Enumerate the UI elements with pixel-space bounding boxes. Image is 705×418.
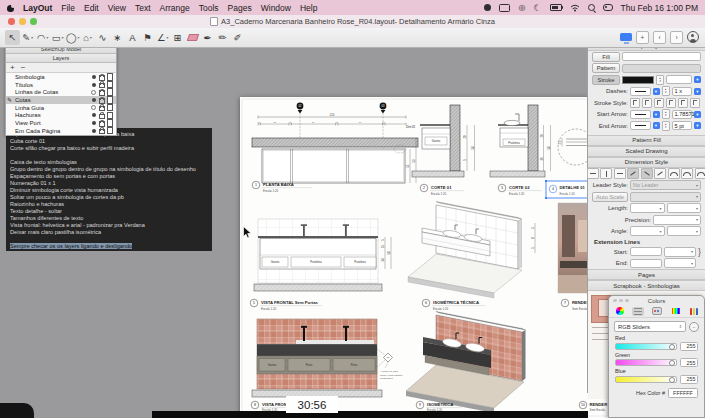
dim-arc-large-button[interactable]: [695, 168, 705, 179]
dim-aligned-below-button[interactable]: [654, 168, 666, 179]
polygon-tool[interactable]: ⌂▾: [80, 30, 95, 45]
end-arrow-dropdown[interactable]: [630, 121, 651, 130]
line-tool[interactable]: ✎▾: [20, 30, 35, 45]
layer-row-cotas[interactable]: ✎ Cotas: [6, 96, 116, 104]
layers-panel-header[interactable]: Layers: [6, 54, 116, 63]
viewport-label-7[interactable]: 7 RENDER Sem Escala: [561, 299, 589, 310]
battery-icon[interactable]: [550, 4, 562, 11]
angle-format-dropdown[interactable]: ▾: [630, 226, 665, 236]
pencils-tab[interactable]: [688, 307, 700, 316]
menu-edit[interactable]: Edit: [84, 3, 99, 13]
dim-arc-medium-button[interactable]: [681, 168, 693, 179]
end-arrow-units-dropdown[interactable]: ▾: [694, 122, 701, 129]
notes-text-box[interactable]: espessura diferente hachura madeira plan…: [6, 128, 212, 251]
extension-end-dropdown[interactable]: ▾: [664, 258, 696, 268]
layer-row-titulos[interactable]: Títulos: [6, 81, 116, 89]
viewport-label-6[interactable]: 6 ISOMÉTRICA TÉCNICA Escala 1:20: [422, 299, 486, 310]
fast-user-switching-icon[interactable]: [603, 4, 613, 12]
eraser-tool[interactable]: [185, 30, 200, 45]
color-sliders-tab[interactable]: [632, 307, 644, 316]
color-palettes-tab[interactable]: [650, 306, 664, 316]
extension-start-dropdown[interactable]: ▾: [664, 247, 696, 257]
start-arrow-size-field[interactable]: 1.78571: [672, 110, 693, 119]
start-arrow-dropdown-arrow[interactable]: ▾: [653, 111, 660, 118]
start-arrow-size-stepper[interactable]: ▴▾: [662, 109, 670, 119]
menu-view[interactable]: View: [108, 3, 126, 13]
dim-aligned-above-button[interactable]: [627, 168, 639, 179]
label-tool[interactable]: ⚑: [140, 30, 155, 45]
stroke-join-bevel-button[interactable]: [690, 98, 700, 108]
sync-icon[interactable]: ◎: [518, 4, 525, 11]
minimize-button[interactable]: [19, 18, 26, 25]
dimension-style-panel-header[interactable]: Dimension Style: [588, 157, 705, 168]
stroke-join-round-button[interactable]: [678, 98, 688, 108]
red-value-field[interactable]: 255: [680, 342, 699, 351]
colors-title-bar[interactable]: Colors: [609, 296, 704, 305]
zoom-button[interactable]: [30, 18, 37, 25]
green-value-field[interactable]: 255: [680, 358, 699, 367]
select-tool[interactable]: ↖: [5, 30, 20, 45]
viewport-corte-01[interactable]: Gaveta 20 5 58 2 CORTE 01 Escala 1:20: [412, 105, 475, 196]
color-wheel-tab[interactable]: [614, 306, 626, 316]
menubar-extra-icon[interactable]: [484, 4, 491, 11]
slider-options-button[interactable]: −: [689, 322, 699, 332]
visibility-icon[interactable]: [92, 121, 96, 125]
blue-value-field[interactable]: 255: [680, 375, 699, 384]
blue-slider[interactable]: [615, 376, 677, 383]
dnd-moon-icon[interactable]: ☾: [533, 4, 541, 12]
style-eyedropper-tool[interactable]: ✒: [200, 30, 215, 45]
scale-dropdown[interactable]: ▾: [630, 192, 701, 202]
display-mirroring-icon[interactable]: [499, 4, 510, 12]
share-layer-icon[interactable]: [107, 73, 113, 81]
layout-sheet[interactable]: 02 03 220: [240, 97, 610, 418]
stroke-width-field[interactable]: [666, 75, 692, 84]
wifi-icon[interactable]: [570, 4, 580, 12]
layer-row-hachuras[interactable]: Hachuras: [6, 111, 116, 119]
viewport-isometrica[interactable]: 9 ISOMÉTRICA Escala 1:20: [406, 312, 526, 414]
slider-mode-select[interactable]: RGB Sliders⇕: [614, 321, 686, 332]
viewport-label-2[interactable]: 2 CORTE 01 Escala 1:20: [420, 184, 464, 195]
dashes-scale-dropdown[interactable]: ▾: [694, 88, 701, 95]
pattern-well[interactable]: [622, 64, 701, 73]
add-layer-button[interactable]: +: [10, 63, 15, 72]
layer-row-em-cada-pagina[interactable]: Em Cada Página: [6, 127, 116, 135]
previous-page-button[interactable]: ‹: [653, 31, 666, 44]
menu-clock[interactable]: Thu Feb 16 1:00 PM: [621, 3, 699, 13]
visibility-icon[interactable]: [92, 98, 96, 102]
dim-align-horizontal-button[interactable]: [587, 168, 599, 179]
end-arrow-size-field[interactable]: 5 pt: [672, 121, 693, 130]
share-layer-icon[interactable]: [107, 104, 113, 112]
share-layer-icon[interactable]: [107, 96, 113, 104]
red-slider[interactable]: [615, 343, 677, 350]
extension-start-field[interactable]: [630, 247, 662, 256]
layer-row-linha-guia[interactable]: Linha Guia: [6, 104, 116, 112]
stroke-cap-round-button[interactable]: [642, 98, 652, 108]
share-layer-icon[interactable]: [107, 127, 113, 135]
menu-pages[interactable]: Pages: [228, 3, 252, 13]
freehand-tool[interactable]: ∿: [95, 30, 110, 45]
start-arrow-units-dropdown[interactable]: ▾: [694, 111, 701, 118]
stroke-button[interactable]: Stroke: [592, 75, 620, 85]
menu-tools[interactable]: Tools: [199, 3, 219, 13]
length-units-dropdown[interactable]: ▾: [667, 203, 702, 213]
dashes-pattern-dropdown[interactable]: [630, 87, 651, 96]
stroke-units-dropdown[interactable]: ▾: [694, 76, 701, 83]
green-slider[interactable]: [615, 359, 677, 366]
dashes-scale-field[interactable]: 1 x: [672, 87, 693, 96]
share-layer-icon[interactable]: [107, 112, 113, 120]
point-tool[interactable]: ∗: [110, 30, 125, 45]
dim-arc-small-button[interactable]: [668, 168, 680, 179]
arc-tool[interactable]: ◠▾: [35, 30, 50, 45]
stroke-join-miter-button[interactable]: [666, 98, 676, 108]
text-tool[interactable]: A: [125, 30, 140, 45]
remove-layer-button[interactable]: −: [21, 63, 26, 72]
layer-row-linhas-de-cotas[interactable]: Linhas de Cotas: [6, 88, 116, 96]
viewport-planta-baixa[interactable]: 02 03 220: [252, 103, 418, 193]
menu-layout[interactable]: LayOut: [23, 3, 52, 13]
next-page-button[interactable]: ›: [670, 31, 683, 44]
dim-align-vertical-button[interactable]: [600, 168, 612, 179]
visibility-icon[interactable]: [92, 75, 96, 79]
image-palettes-tab[interactable]: [670, 307, 682, 315]
viewport-corte-02[interactable]: Prateleira 20 36 58 3 CORTE 02 Escala 1:…: [490, 105, 551, 196]
share-layer-icon[interactable]: [107, 88, 113, 96]
